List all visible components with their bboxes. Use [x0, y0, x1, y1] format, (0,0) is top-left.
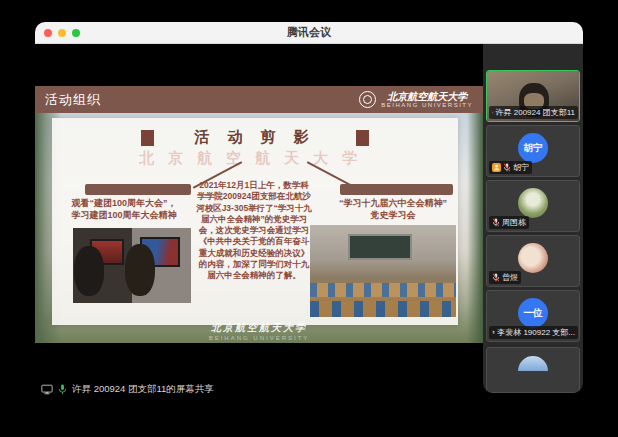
close-button[interactable]: [44, 29, 52, 37]
minimize-button[interactable]: [58, 29, 66, 37]
presentation-slide: 活动组织 北京航空航天大学 BEIHANG UNIVERSITY: [35, 86, 483, 343]
participant-label: 曾煜: [489, 271, 521, 284]
participant-tile[interactable]: 周国栋: [486, 180, 580, 232]
person-silhouette: [74, 246, 104, 296]
mic-muted-icon: [492, 273, 500, 282]
participant-name: 胡宁: [513, 162, 529, 173]
classroom-chairs-shape: [310, 283, 456, 297]
person-silhouette: [125, 244, 155, 296]
participant-name: 李裴林 190922 支部...: [497, 327, 575, 338]
participant-tile-video[interactable]: 许昇 200924 团支部11: [486, 70, 580, 122]
share-status-label: 许昇 200924 团支部11的屏幕共享: [72, 383, 214, 396]
mic-on-icon: [58, 384, 67, 395]
slide-section-title: 活动组织: [45, 91, 101, 109]
share-status-bar: 许昇 200924 团支部11的屏幕共享: [41, 381, 214, 397]
university-name-en: BEIHANG UNIVERSITY: [381, 102, 473, 108]
university-name-cn: 北京航空航天大学: [381, 91, 473, 102]
classroom-chairs-shape: [310, 301, 456, 317]
caption-bar-right: [340, 184, 453, 195]
meeting-window: 腾讯会议 活动组织 北京航空航天大学 BEIHANG UNIVERSITY: [35, 22, 583, 415]
participant-tile[interactable]: 胡宁 胡宁: [486, 125, 580, 177]
avatar: [518, 243, 548, 273]
caption-left: 观看“建团100周年大会”， 学习建团100周年大会精神: [54, 198, 194, 221]
caption-right: “学习十九届六中全会精神” 党史学习会: [328, 198, 458, 221]
middle-paragraph: 2021年12月1日上午，数学科学学院200924团支部在北航沙河校区J3-30…: [196, 180, 312, 282]
avatar: 一位: [518, 298, 548, 328]
participant-name: 周国栋: [502, 217, 526, 228]
participant-name: 曾煜: [502, 272, 518, 283]
slide-footer-watermark: 北京航空航天大学 BEIHANG UNIVERSITY: [35, 321, 483, 341]
window-titlebar[interactable]: 腾讯会议: [35, 22, 583, 44]
mic-muted-icon: [503, 163, 511, 172]
screen-share-icon: [41, 384, 53, 395]
participant-label: 胡宁: [489, 161, 532, 174]
avatar: [518, 356, 548, 371]
content-panel: 活 动 剪 影 北京航空航天大学 观看“建团100周年大会”， 学习建团100周…: [52, 118, 458, 325]
avatar: 胡宁: [518, 133, 548, 163]
host-icon: [492, 163, 501, 172]
traffic-lights: [44, 29, 80, 37]
beihang-logo-icon: [359, 91, 376, 108]
participant-tile[interactable]: 一位 李裴林 190922 支部...: [486, 290, 580, 342]
participant-name: 许昇 200924 团支部11: [496, 107, 575, 118]
participant-label: 许昇 200924 团支部11: [489, 106, 578, 119]
screen-share-view: 活动组织 北京航空航天大学 BEIHANG UNIVERSITY: [35, 44, 483, 414]
panel-watermark: 北京航空航天大学: [52, 149, 458, 168]
title-square-left: [141, 130, 154, 146]
participant-label: 周国栋: [489, 216, 529, 229]
fullscreen-button[interactable]: [72, 29, 80, 37]
panel-title-row: 活 动 剪 影: [52, 128, 458, 147]
participant-tile-partial[interactable]: [486, 347, 580, 393]
mic-muted-icon: [492, 218, 500, 227]
slide-body: 活 动 剪 影 北京航空航天大学 观看“建团100周年大会”， 学习建团100周…: [35, 113, 483, 343]
mic-muted-icon: [492, 328, 495, 337]
title-square-right: [356, 130, 369, 146]
desktop-background: 腾讯会议 活动组织 北京航空航天大学 BEIHANG UNIVERSITY: [0, 0, 618, 437]
meeting-content: 活动组织 北京航空航天大学 BEIHANG UNIVERSITY: [35, 44, 583, 414]
avatar: [518, 188, 548, 218]
participants-sidebar: 许昇 200924 团支部11 胡宁: [483, 44, 583, 393]
university-brand: 北京航空航天大学 BEIHANG UNIVERSITY: [359, 91, 473, 108]
photo-watching-broadcast: [73, 228, 191, 303]
classroom-screen-shape: [348, 234, 412, 260]
participant-tile[interactable]: 曾煜: [486, 235, 580, 287]
footer-watermark-en: BEIHANG UNIVERSITY: [35, 335, 483, 341]
mic-on-icon: [492, 108, 494, 117]
photo-classroom: [310, 225, 456, 317]
caption-bar-left: [85, 184, 191, 195]
participant-label: 李裴林 190922 支部...: [489, 326, 578, 339]
panel-title: 活 动 剪 影: [194, 128, 316, 147]
footer-watermark-cn: 北京航空航天大学: [35, 321, 483, 335]
window-title: 腾讯会议: [287, 25, 331, 40]
slide-header: 活动组织 北京航空航天大学 BEIHANG UNIVERSITY: [35, 86, 483, 113]
